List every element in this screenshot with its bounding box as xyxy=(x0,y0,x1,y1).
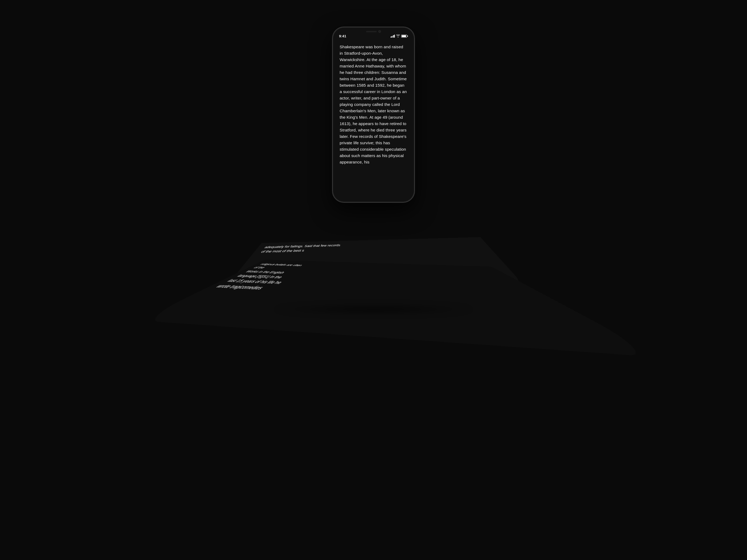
main-paragraph: Shakespeare was born and raised in Strat… xyxy=(340,44,407,165)
paper-curl-container: adequately for failings. Said that few r… xyxy=(267,203,480,309)
battery-icon xyxy=(401,35,408,37)
wifi-icon xyxy=(396,34,400,38)
phone-inner: 9:41 xyxy=(333,28,414,202)
signal-icon xyxy=(391,35,395,37)
time-display: 9:41 xyxy=(339,34,346,38)
camera xyxy=(378,30,381,33)
curl-text-1: adequately for failings. Said that few r… xyxy=(260,239,483,254)
phone-content[interactable]: Shakespeare was born and raised in Strat… xyxy=(333,41,414,202)
paper-shadow xyxy=(272,304,475,315)
scene: 9:41 xyxy=(267,27,480,533)
speaker xyxy=(366,31,377,32)
phone-screen: 9:41 xyxy=(333,28,414,202)
notch xyxy=(358,28,389,35)
status-icons xyxy=(391,34,408,38)
phone-frame: 9:41 xyxy=(332,27,415,203)
